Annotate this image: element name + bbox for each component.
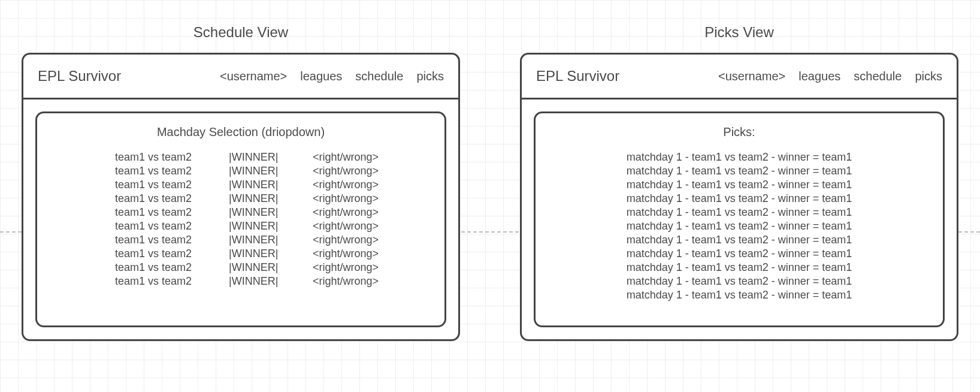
pick-row: matchday 1 - team1 vs team2 - winner = t… — [627, 275, 852, 288]
match-label: team1 vs team2 — [115, 220, 205, 233]
match-label: team1 vs team2 — [115, 151, 205, 164]
schedule-row: team1 vs team2 |WINNER| <right/wrong> — [115, 165, 427, 177]
winner-label: |WINNER| — [229, 165, 289, 177]
pick-row: matchday 1 - team1 vs team2 - winner = t… — [627, 220, 852, 233]
nav-picks[interactable]: picks — [915, 70, 942, 83]
schedule-content: Machday Selection (driopdown) team1 vs t… — [35, 111, 446, 327]
winner-label: |WINNER| — [229, 261, 289, 274]
app-title: EPL Survivor — [38, 68, 121, 85]
result-label: <right/wrong> — [313, 192, 385, 205]
winner-label: |WINNER| — [229, 234, 289, 246]
result-label: <right/wrong> — [313, 234, 385, 246]
result-label: <right/wrong> — [313, 220, 385, 233]
schedule-row: team1 vs team2 |WINNER| <right/wrong> — [115, 275, 427, 288]
nav-username[interactable]: <username> — [220, 70, 287, 83]
schedule-row: team1 vs team2 |WINNER| <right/wrong> — [115, 261, 427, 274]
picks-view-column: Picks View EPL Survivor <username> leagu… — [520, 24, 958, 341]
result-label: <right/wrong> — [313, 151, 385, 164]
schedule-header: EPL Survivor <username> leagues schedule… — [23, 55, 458, 99]
result-label: <right/wrong> — [313, 248, 385, 260]
schedule-view-label: Schedule View — [22, 24, 460, 41]
result-label: <right/wrong> — [313, 179, 385, 191]
match-label: team1 vs team2 — [115, 275, 205, 288]
schedule-row: team1 vs team2 |WINNER| <right/wrong> — [115, 220, 427, 233]
schedule-row: team1 vs team2 |WINNER| <right/wrong> — [115, 248, 427, 260]
picks-content: Picks: matchday 1 - team1 vs team2 - win… — [534, 111, 945, 327]
nav-schedule[interactable]: schedule — [854, 70, 902, 83]
schedule-row: team1 vs team2 |WINNER| <right/wrong> — [115, 234, 427, 246]
match-label: team1 vs team2 — [115, 165, 205, 177]
match-label: team1 vs team2 — [115, 234, 205, 246]
pick-row: matchday 1 - team1 vs team2 - winner = t… — [627, 261, 852, 274]
match-label: team1 vs team2 — [115, 248, 205, 260]
pick-row: matchday 1 - team1 vs team2 - winner = t… — [627, 206, 852, 219]
winner-label: |WINNER| — [229, 179, 289, 191]
schedule-nav: <username> leagues schedule picks — [220, 70, 444, 83]
nav-username[interactable]: <username> — [718, 70, 785, 83]
schedule-view-column: Schedule View EPL Survivor <username> le… — [22, 24, 460, 341]
result-label: <right/wrong> — [313, 165, 385, 177]
pick-row: matchday 1 - team1 vs team2 - winner = t… — [627, 192, 852, 205]
schedule-row: team1 vs team2 |WINNER| <right/wrong> — [115, 206, 427, 219]
pick-row: matchday 1 - team1 vs team2 - winner = t… — [627, 151, 852, 164]
picks-nav: <username> leagues schedule picks — [718, 70, 942, 83]
pick-row: matchday 1 - team1 vs team2 - winner = t… — [627, 234, 852, 246]
match-label: team1 vs team2 — [115, 206, 205, 219]
schedule-row: team1 vs team2 |WINNER| <right/wrong> — [115, 192, 427, 205]
schedule-row: team1 vs team2 |WINNER| <right/wrong> — [115, 179, 427, 191]
picks-header: EPL Survivor <username> leagues schedule… — [522, 55, 957, 99]
schedule-row: team1 vs team2 |WINNER| <right/wrong> — [115, 151, 427, 164]
result-label: <right/wrong> — [313, 275, 385, 288]
winner-label: |WINNER| — [229, 220, 289, 233]
picks-view-label: Picks View — [520, 24, 958, 41]
picks-rows: matchday 1 - team1 vs team2 - winner = t… — [553, 151, 925, 301]
nav-leagues[interactable]: leagues — [300, 70, 342, 83]
app-title: EPL Survivor — [536, 68, 619, 85]
result-label: <right/wrong> — [313, 261, 385, 274]
pick-row: matchday 1 - team1 vs team2 - winner = t… — [627, 289, 852, 301]
match-label: team1 vs team2 — [115, 179, 205, 191]
picks-window: EPL Survivor <username> leagues schedule… — [520, 53, 958, 341]
winner-label: |WINNER| — [229, 192, 289, 205]
pick-row: matchday 1 - team1 vs team2 - winner = t… — [627, 248, 852, 260]
result-label: <right/wrong> — [313, 206, 385, 219]
nav-picks[interactable]: picks — [416, 70, 444, 83]
match-label: team1 vs team2 — [115, 261, 205, 274]
schedule-window: EPL Survivor <username> leagues schedule… — [22, 53, 460, 341]
nav-schedule[interactable]: schedule — [355, 70, 403, 83]
winner-label: |WINNER| — [229, 206, 289, 219]
pick-row: matchday 1 - team1 vs team2 - winner = t… — [627, 179, 852, 191]
pick-row: matchday 1 - team1 vs team2 - winner = t… — [627, 165, 852, 177]
winner-label: |WINNER| — [229, 275, 289, 288]
winner-label: |WINNER| — [229, 248, 289, 260]
winner-label: |WINNER| — [229, 151, 289, 164]
picks-title: Picks: — [553, 125, 925, 139]
match-label: team1 vs team2 — [115, 192, 205, 205]
matchday-dropdown[interactable]: Machday Selection (driopdown) — [55, 125, 427, 139]
schedule-rows: team1 vs team2 |WINNER| <right/wrong> te… — [55, 151, 427, 288]
nav-leagues[interactable]: leagues — [798, 70, 840, 83]
